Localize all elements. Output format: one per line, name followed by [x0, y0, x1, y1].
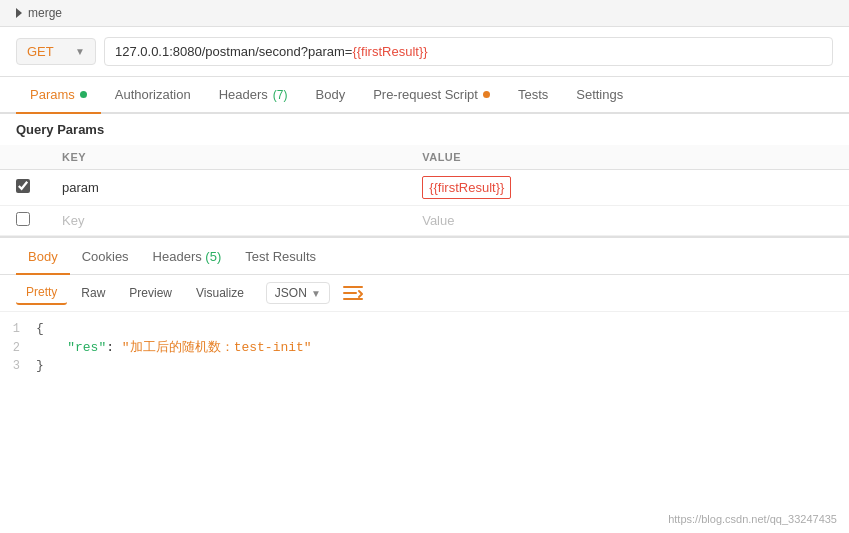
empty-checkbox-cell — [0, 206, 46, 236]
fmt-pretty-button[interactable]: Pretty — [16, 281, 67, 305]
row-checkbox-cell — [0, 170, 46, 206]
params-table: KEY VALUE param {{firstResult}} Key Valu… — [0, 145, 849, 236]
tab-headers-label: Headers — [219, 87, 268, 102]
fmt-visualize-button[interactable]: Visualize — [186, 282, 254, 304]
format-dropdown-label: JSON — [275, 286, 307, 300]
col-checkbox — [0, 145, 46, 170]
section-divider — [0, 236, 849, 238]
response-tabs: Body Cookies Headers (5) Test Results — [0, 240, 849, 275]
merge-bar: merge — [0, 0, 849, 27]
url-bar: GET ▼ 127.0.0.1:8080/postman/second?para… — [0, 27, 849, 77]
tab-authorization-label: Authorization — [115, 87, 191, 102]
fmt-raw-button[interactable]: Raw — [71, 282, 115, 304]
line-num-3: 3 — [0, 359, 36, 373]
code-line-3: 3 } — [0, 357, 849, 374]
table-row-empty: Key Value — [0, 206, 849, 236]
value-placeholder: Value — [422, 213, 454, 228]
tab-body[interactable]: Body — [302, 77, 360, 114]
resp-tab-cookies-label: Cookies — [82, 249, 129, 264]
format-toolbar: Pretty Raw Preview Visualize JSON ▼ — [0, 275, 849, 312]
chevron-down-icon: ▼ — [75, 46, 85, 57]
code-value-res: "加工后的随机数：test-init" — [122, 340, 312, 355]
code-area: 1 { 2 "res": "加工后的随机数：test-init" 3 } — [0, 312, 849, 382]
resp-tab-body-label: Body — [28, 249, 58, 264]
resp-tab-cookies[interactable]: Cookies — [70, 240, 141, 275]
table-row: param {{firstResult}} — [0, 170, 849, 206]
resp-headers-badge: (5) — [205, 249, 221, 264]
line-num-1: 1 — [0, 322, 36, 336]
resp-tab-test-results-label: Test Results — [245, 249, 316, 264]
url-plain-text: 127.0.0.1:8080/postman/second?param= — [115, 44, 352, 59]
resp-tab-test-results[interactable]: Test Results — [233, 240, 328, 275]
line-num-2: 2 — [0, 341, 36, 355]
expand-icon[interactable] — [16, 8, 22, 18]
key-placeholder: Key — [62, 213, 84, 228]
url-input[interactable]: 127.0.0.1:8080/postman/second?param={{fi… — [104, 37, 833, 66]
prerequest-dot — [483, 91, 490, 98]
tab-authorization[interactable]: Authorization — [101, 77, 205, 114]
method-dropdown[interactable]: GET ▼ — [16, 38, 96, 65]
resp-tab-headers[interactable]: Headers (5) — [141, 240, 234, 275]
col-key-header: KEY — [46, 145, 406, 170]
value-var-text: {{firstResult}} — [422, 176, 511, 199]
fmt-preview-button[interactable]: Preview — [119, 282, 182, 304]
tab-prerequest-label: Pre-request Script — [373, 87, 478, 102]
empty-key-cell[interactable]: Key — [46, 206, 406, 236]
request-tabs: Params Authorization Headers (7) Body Pr… — [0, 77, 849, 114]
code-content-1: { — [36, 321, 44, 336]
tab-params[interactable]: Params — [16, 77, 101, 114]
method-label: GET — [27, 44, 54, 59]
code-content-2: "res": "加工后的随机数：test-init" — [36, 338, 312, 356]
resp-tab-headers-label: Headers — [153, 249, 206, 264]
row-value: {{firstResult}} — [406, 170, 849, 206]
row-key: param — [46, 170, 406, 206]
svg-rect-2 — [343, 298, 363, 300]
svg-rect-1 — [343, 292, 357, 294]
url-var-text: {{firstResult}} — [352, 44, 427, 59]
code-line-2: 2 "res": "加工后的随机数：test-init" — [0, 337, 849, 357]
query-params-title: Query Params — [0, 114, 849, 145]
tab-headers[interactable]: Headers (7) — [205, 77, 302, 114]
empty-row-checkbox[interactable] — [16, 212, 30, 226]
row-checkbox[interactable] — [16, 179, 30, 193]
resp-tab-body[interactable]: Body — [16, 240, 70, 275]
dropdown-chevron-icon: ▼ — [311, 288, 321, 299]
tab-body-label: Body — [316, 87, 346, 102]
format-dropdown[interactable]: JSON ▼ — [266, 282, 330, 304]
tab-prerequest[interactable]: Pre-request Script — [359, 77, 504, 114]
key-text: param — [62, 180, 99, 195]
tab-tests-label: Tests — [518, 87, 548, 102]
tab-tests[interactable]: Tests — [504, 77, 562, 114]
headers-badge: (7) — [273, 88, 288, 102]
code-content-3: } — [36, 358, 44, 373]
tab-settings-label: Settings — [576, 87, 623, 102]
tab-params-label: Params — [30, 87, 75, 102]
code-key-res: "res" — [67, 340, 106, 355]
params-dot — [80, 91, 87, 98]
svg-rect-0 — [343, 286, 363, 288]
col-value-header: VALUE — [406, 145, 849, 170]
tab-settings[interactable]: Settings — [562, 77, 637, 114]
merge-label: merge — [28, 6, 62, 20]
empty-value-cell[interactable]: Value — [406, 206, 849, 236]
code-line-1: 1 { — [0, 320, 849, 337]
wrap-text-icon[interactable] — [342, 284, 364, 302]
